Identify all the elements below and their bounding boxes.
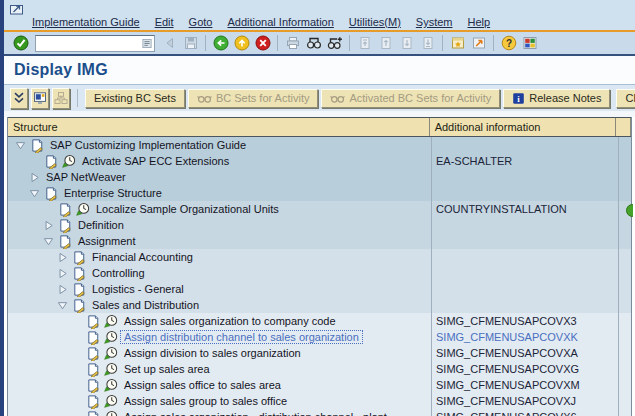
toolbar-separator [493, 35, 494, 51]
menu-item-goto[interactable]: Goto [189, 16, 213, 28]
documentation-icon[interactable] [71, 266, 87, 281]
print-icon[interactable] [282, 33, 303, 53]
execute-activity-icon[interactable] [103, 410, 119, 416]
documentation-icon[interactable] [71, 298, 87, 313]
execute-activity-icon[interactable] [103, 394, 119, 409]
tree-row[interactable]: Assign sales group to sales officeSIMG_C… [8, 393, 631, 409]
new-session-icon[interactable] [447, 33, 468, 53]
tree-row[interactable]: SAP Customizing Implementation Guide [8, 137, 631, 153]
cancel-icon[interactable] [252, 33, 273, 53]
execute-activity-icon[interactable] [103, 314, 119, 329]
expander-open-icon[interactable] [40, 234, 57, 248]
tree-row[interactable]: Localize Sample Organizational UnitsCOUN… [8, 201, 631, 217]
tree-item-label[interactable]: Controlling [89, 267, 148, 279]
tree-item-label[interactable]: Enterprise Structure [61, 187, 165, 199]
enter-check-icon[interactable] [10, 33, 31, 53]
tree-row[interactable]: Logistics - General [8, 281, 631, 297]
documentation-icon[interactable] [85, 362, 101, 377]
tree-row[interactable]: Assign sales organization to company cod… [8, 313, 631, 329]
tree-row[interactable]: Financial Accounting [8, 249, 631, 265]
tree-item-label[interactable]: Activate SAP ECC Extensions [79, 155, 232, 167]
existing-bc-sets-button[interactable]: Existing BC Sets [85, 89, 185, 108]
tree-row[interactable]: Activate SAP ECC ExtensionsEA-SCHALTER [8, 153, 631, 169]
documentation-icon[interactable] [85, 394, 101, 409]
tree-item-label[interactable]: Set up sales area [121, 363, 213, 375]
tree-item-label[interactable]: Assign sales group to sales office [121, 395, 290, 407]
tree-item-label[interactable]: Assign distribution channel to sales org… [121, 331, 362, 343]
tree-row[interactable]: Sales and Distribution [8, 297, 631, 313]
menu-item-utilities-m[interactable]: Utilities(M) [349, 16, 401, 28]
menu-item-additional-information[interactable]: Additional Information [227, 16, 333, 28]
documentation-icon[interactable] [57, 218, 73, 233]
documentation-icon[interactable] [71, 250, 87, 265]
documentation-icon[interactable] [57, 234, 73, 249]
tree-item-label[interactable]: Logistics - General [89, 283, 187, 295]
window-menu-icon[interactable] [9, 1, 25, 14]
customize-layout-icon[interactable] [519, 33, 540, 53]
documentation-icon[interactable] [71, 282, 87, 297]
double-chevron-down-button[interactable] [10, 88, 28, 109]
tree-item-label[interactable]: SAP NetWeaver [43, 171, 129, 183]
execute-activity-icon[interactable] [103, 346, 119, 361]
tree-row[interactable]: Assignment [8, 233, 631, 249]
exit-icon[interactable] [231, 33, 252, 53]
tree-item-label[interactable]: Localize Sample Organizational Units [93, 203, 282, 215]
execute-activity-icon[interactable] [103, 362, 119, 377]
documentation-icon[interactable] [85, 410, 101, 416]
help-icon[interactable]: ? [498, 33, 519, 53]
tree-item-label[interactable]: Assign sales organization to company cod… [121, 315, 339, 327]
documentation-icon[interactable] [85, 314, 101, 329]
expander-open-icon[interactable] [54, 298, 71, 312]
expander-closed-icon[interactable] [54, 250, 71, 264]
tree-item-label[interactable]: Assign division to sales organization [121, 347, 304, 359]
tree-row[interactable]: Assign division to sales organizationSIM… [8, 345, 631, 361]
expander-closed-icon[interactable] [54, 266, 71, 280]
documentation-icon[interactable] [85, 346, 101, 361]
change-log-button[interactable]: Change Log [616, 89, 635, 108]
command-list-icon[interactable] [141, 37, 153, 50]
tree-row[interactable]: Assign sales office to sales areaSIMG_CF… [8, 377, 631, 393]
expander-closed-icon[interactable] [40, 218, 57, 232]
documentation-icon[interactable] [29, 138, 45, 153]
execute-activity-icon[interactable] [103, 378, 119, 393]
documentation-icon[interactable] [43, 154, 59, 169]
documentation-icon[interactable] [43, 186, 59, 201]
tree-row[interactable]: SAP NetWeaver [8, 169, 631, 185]
menu-item-help[interactable]: Help [468, 16, 491, 28]
documentation-icon[interactable] [57, 202, 73, 217]
expander-closed-icon[interactable] [54, 282, 71, 296]
expander-closed-icon[interactable] [26, 170, 43, 184]
tree-item-label[interactable]: SAP Customizing Implementation Guide [47, 139, 249, 151]
expander-open-icon[interactable] [12, 138, 29, 152]
command-field[interactable] [35, 35, 155, 52]
tree-item-label[interactable]: Assign sales office to sales area [121, 379, 284, 391]
execute-activity-icon[interactable] [103, 330, 119, 345]
structure-cell: Definition [8, 217, 431, 233]
execute-activity-icon[interactable] [61, 154, 77, 169]
tree-row[interactable]: Assign sales organization - distribution… [8, 409, 631, 416]
find-icon[interactable] [303, 33, 324, 53]
tree-item-label[interactable]: Definition [75, 219, 127, 231]
menu-item-system[interactable]: System [416, 16, 453, 28]
back-icon[interactable] [210, 33, 231, 53]
tree-item-label[interactable]: Financial Accounting [89, 251, 196, 263]
release-notes-button[interactable]: iRelease Notes [503, 89, 610, 108]
tree-row-selected[interactable]: Assign distribution channel to sales org… [8, 329, 631, 345]
find-next-icon[interactable] [324, 33, 345, 53]
documentation-icon[interactable] [85, 378, 101, 393]
menu-item-implementation-guide[interactable]: Implementation Guide [32, 16, 140, 28]
menu-item-edit[interactable]: Edit [155, 16, 174, 28]
tree-item-label[interactable]: Sales and Distribution [89, 299, 202, 311]
expander-open-icon[interactable] [26, 186, 43, 200]
tree-item-label[interactable]: Assignment [75, 235, 138, 247]
tree-row[interactable]: Enterprise Structure [8, 185, 631, 201]
tree-item-label[interactable]: Assign sales organization - distribution… [121, 411, 390, 416]
tree-row[interactable]: Set up sales areaSIMG_CFMENUSAPCOVXG [8, 361, 631, 377]
create-shortcut-icon[interactable] [468, 33, 489, 53]
tree-row[interactable]: Definition [8, 217, 631, 233]
monitor-button[interactable] [31, 88, 49, 109]
command-input[interactable] [37, 37, 141, 50]
documentation-icon[interactable] [85, 330, 101, 345]
execute-activity-icon[interactable] [75, 202, 91, 217]
tree-row[interactable]: Controlling [8, 265, 631, 281]
